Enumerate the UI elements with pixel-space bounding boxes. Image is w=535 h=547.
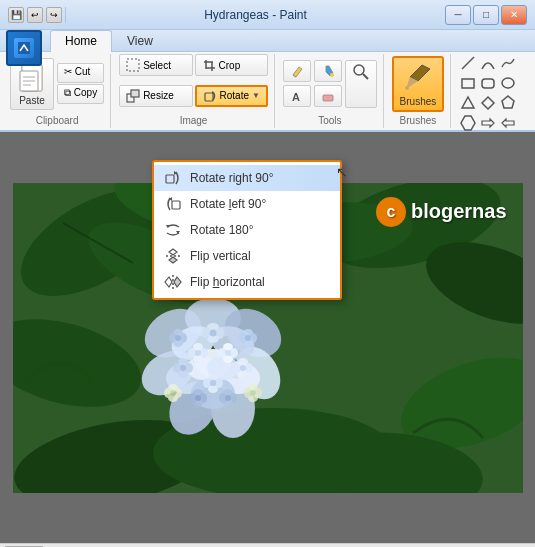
cut-button[interactable]: ✂ Cut xyxy=(57,63,104,83)
rotate-left-90-label: Rotate left 90° xyxy=(190,197,266,211)
menu-rotate-left-90[interactable]: Rotate left 90° xyxy=(154,191,340,217)
tools-group: A Tools xyxy=(277,54,384,128)
menu-rotate-180[interactable]: Rotate 180° xyxy=(154,217,340,243)
toolbar-separator xyxy=(65,7,66,23)
pencil-button[interactable] xyxy=(283,60,311,82)
svg-rect-15 xyxy=(205,93,213,101)
svg-point-66 xyxy=(218,348,226,358)
svg-point-77 xyxy=(209,329,216,336)
watermark-icon: c xyxy=(376,197,406,227)
shape-diamond[interactable] xyxy=(479,94,497,112)
shape-rect-rounded[interactable] xyxy=(479,74,497,92)
svg-point-107 xyxy=(225,395,231,401)
watermark-letter: c xyxy=(386,203,395,221)
svg-point-72 xyxy=(210,380,216,386)
brushes-group-label: Brushes xyxy=(400,113,437,128)
redo-quick-btn[interactable]: ↪ xyxy=(46,7,62,23)
svg-point-86 xyxy=(233,363,241,373)
crop-button[interactable]: Crop xyxy=(195,54,268,76)
tab-home[interactable]: Home xyxy=(50,30,112,52)
svg-point-81 xyxy=(173,363,181,373)
paint-logo xyxy=(14,38,34,58)
svg-rect-27 xyxy=(166,175,174,183)
paint-menu-button[interactable] xyxy=(6,30,42,66)
rotate-right-90-label: Rotate right 90° xyxy=(190,171,274,185)
rotate-dropdown-arrow: ▼ xyxy=(252,91,260,100)
shape-pentagon[interactable] xyxy=(499,94,517,112)
rotate-right-icon xyxy=(164,170,182,186)
flip-vertical-icon xyxy=(164,248,182,264)
svg-point-76 xyxy=(202,327,210,339)
paste-label: Paste xyxy=(19,95,45,106)
brushes-content: Brushes xyxy=(392,54,444,113)
menu-rotate-right-90[interactable]: Rotate right 90° ↖ xyxy=(154,165,340,191)
tab-view[interactable]: View xyxy=(112,30,168,51)
brushes-group: Brushes Brushes xyxy=(386,54,451,128)
select-button[interactable]: Select xyxy=(119,54,192,76)
quick-access-toolbar: 💾 ↩ ↪ xyxy=(8,7,66,23)
svg-point-19 xyxy=(354,65,364,75)
shape-left-arrow[interactable] xyxy=(499,114,517,132)
svg-rect-28 xyxy=(172,201,180,209)
svg-rect-23 xyxy=(462,79,474,88)
svg-point-25 xyxy=(502,78,514,88)
horizontal-scrollbar[interactable] xyxy=(0,543,535,547)
close-button[interactable]: ✕ xyxy=(501,5,527,25)
copy-button[interactable]: ⧉ Copy xyxy=(57,84,104,104)
shape-freeform[interactable] xyxy=(499,54,517,72)
shape-right-arrow[interactable] xyxy=(479,114,497,132)
fill-icon xyxy=(321,64,335,78)
clipboard-label: Clipboard xyxy=(36,113,79,128)
save-quick-btn[interactable]: 💾 xyxy=(8,7,24,23)
fill-button[interactable] xyxy=(314,60,342,82)
magnify-button[interactable] xyxy=(345,60,377,108)
svg-point-112 xyxy=(250,390,256,396)
svg-point-102 xyxy=(195,395,201,401)
text-icon: A xyxy=(290,89,304,103)
menu-flip-vertical[interactable]: Flip vertical xyxy=(154,243,340,269)
brushes-icon xyxy=(402,61,434,93)
shape-curve[interactable] xyxy=(479,54,497,72)
cursor-indicator: ↖ xyxy=(336,164,348,180)
watermark: c blogernas xyxy=(376,197,507,227)
shape-hexagon[interactable] xyxy=(459,114,477,132)
resize-icon xyxy=(126,89,140,103)
text-button[interactable]: A xyxy=(283,85,311,107)
shape-rect[interactable] xyxy=(459,74,477,92)
image-group-label: Image xyxy=(180,113,208,128)
menu-flip-horizontal[interactable]: Flip horizontal xyxy=(154,269,340,295)
shape-ellipse[interactable] xyxy=(499,74,517,92)
pencil-icon xyxy=(290,64,304,78)
svg-point-92 xyxy=(175,335,181,341)
tools-content: A xyxy=(283,54,377,113)
shapes-group: Shapes xyxy=(453,54,531,128)
select-icon xyxy=(126,58,140,72)
tools-label: Tools xyxy=(318,113,341,128)
svg-point-71 xyxy=(203,378,211,388)
title-bar: 💾 ↩ ↪ Hydrangeas - Paint ─ □ ✕ xyxy=(0,0,535,30)
image-content: Select Crop Resize xyxy=(119,54,268,113)
shape-line[interactable] xyxy=(459,54,477,72)
svg-point-16 xyxy=(330,73,334,77)
svg-point-117 xyxy=(170,390,176,396)
eraser-button[interactable] xyxy=(314,85,342,107)
resize-button[interactable]: Resize xyxy=(119,85,192,107)
svg-line-20 xyxy=(363,74,368,79)
undo-quick-btn[interactable]: ↩ xyxy=(27,7,43,23)
shape-triangle[interactable] xyxy=(459,94,477,112)
svg-text:A: A xyxy=(292,91,300,103)
maximize-button[interactable]: □ xyxy=(473,5,499,25)
svg-point-97 xyxy=(245,335,251,341)
crop-icon xyxy=(202,58,216,72)
svg-rect-8 xyxy=(127,59,139,71)
rotate-icon xyxy=(203,89,217,103)
minimize-button[interactable]: ─ xyxy=(445,5,471,25)
brushes-button[interactable]: Brushes xyxy=(392,56,444,112)
svg-rect-24 xyxy=(482,79,494,88)
watermark-text: blogernas xyxy=(411,200,507,223)
svg-point-82 xyxy=(180,365,186,371)
svg-point-62 xyxy=(195,350,201,356)
flip-horizontal-icon xyxy=(164,274,182,290)
image-group: Select Crop Resize xyxy=(113,54,275,128)
rotate-button[interactable]: Rotate ▼ xyxy=(195,85,268,107)
